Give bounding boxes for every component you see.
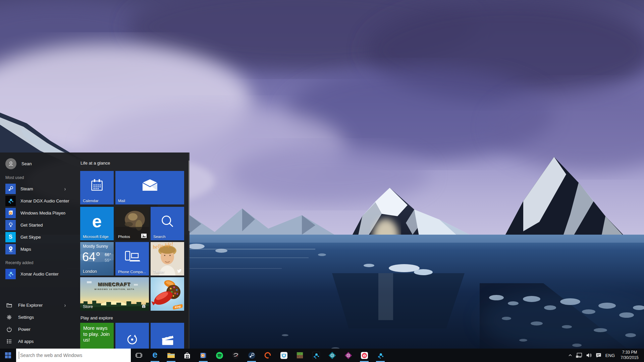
search-input[interactable] [19, 352, 131, 358]
start-button[interactable] [0, 349, 16, 362]
tile-label: Calendar [83, 199, 99, 203]
chevron-right-icon[interactable]: › [64, 185, 66, 192]
taskbar-steam[interactable] [244, 349, 260, 362]
group-title[interactable]: Life at a glance [80, 161, 110, 166]
picture-icon [141, 234, 147, 238]
taskbar-rocksmith[interactable] [227, 349, 244, 362]
section-recently-added: Recently added [5, 260, 33, 265]
tile-photos[interactable]: Photos [115, 207, 149, 240]
tile-store[interactable]: MINECRAFT WINDOWS 10 EDITION, BETA Store [80, 277, 149, 311]
store-icon [183, 352, 191, 359]
camera-red-icon [361, 352, 368, 359]
camera-teal-icon [328, 352, 336, 359]
tray-expand-chevron-icon[interactable] [568, 353, 573, 358]
tile-movies-tv[interactable] [151, 323, 184, 349]
taskbar-edge[interactable]: e [147, 349, 163, 362]
tile-weather[interactable]: Mostly Sunny 64° 66° 55° London [80, 242, 114, 276]
tile-mail[interactable]: Mail [115, 171, 184, 204]
taskbar-store[interactable] [179, 349, 195, 362]
taskbar-media-purple[interactable] [340, 349, 356, 362]
group-title[interactable]: Play and explore [80, 315, 113, 320]
map-pin-icon [5, 244, 16, 254]
clock[interactable]: 7:33 PM 7/30/2015 [619, 350, 641, 360]
chevron-right-icon[interactable]: › [64, 302, 66, 308]
tile-label: Twitter [153, 270, 165, 274]
action-center-icon[interactable] [595, 352, 602, 358]
media-purple-icon [344, 352, 352, 359]
store-bag-icon [141, 304, 146, 308]
scrollbar-thumb[interactable] [189, 161, 190, 231]
system-tray: ENG 7:33 PM 7/30/2015 [568, 349, 644, 362]
tile-calendar[interactable]: Calendar [80, 171, 114, 204]
taskbar: e [0, 349, 644, 362]
network-icon[interactable] [576, 352, 583, 358]
xonar-dgx-icon [5, 196, 16, 206]
menu-item-maps[interactable]: Maps [5, 243, 76, 255]
taskbar-file-explorer[interactable] [163, 349, 179, 362]
menu-item-get-skype[interactable]: S Get Skype [5, 231, 76, 243]
groove-music-icon [125, 332, 140, 347]
tile-twitter[interactable]: hello life! Twitter [151, 242, 184, 276]
mail-icon [141, 179, 159, 191]
weather-temperature: 64° [82, 250, 100, 264]
movies-tv-clapper-icon [160, 333, 175, 346]
tray-date: 7/30/2015 [619, 355, 641, 361]
task-view-button[interactable] [131, 349, 147, 362]
taskbar-spotify[interactable] [211, 349, 227, 362]
twitter-bird-icon [177, 269, 182, 273]
origin-icon [264, 352, 271, 359]
promo-text: More ways to play. Join us! [83, 325, 113, 343]
text-caret [19, 352, 19, 359]
menu-item-label: Maps [20, 247, 31, 252]
menu-item-settings[interactable]: Settings [5, 311, 76, 323]
weather-low: 55° [105, 258, 111, 263]
chevron-right-icon[interactable]: › [64, 209, 66, 216]
taskbar-xonar-audio[interactable] [372, 349, 388, 362]
tile-panel: Life at a glance Calendar [80, 153, 190, 349]
taskbar-minecraft[interactable] [292, 349, 308, 362]
tile-groove-music[interactable] [115, 323, 149, 349]
menu-item-label: Xonar DGX Audio Center [20, 198, 69, 203]
tile-candy-crush[interactable]: King [151, 277, 184, 311]
user-account[interactable]: Sean [5, 158, 32, 169]
tile-label: Search [153, 235, 165, 239]
menu-item-label: File Explorer [18, 303, 43, 308]
edge-logo-icon: e [92, 213, 102, 230]
menu-item-steam[interactable]: Steam › [5, 183, 76, 195]
menu-item-wmp[interactable]: Windows Media Player › [5, 207, 76, 219]
menu-item-file-explorer[interactable]: File Explorer › [5, 299, 76, 311]
taskbar-search-box[interactable] [16, 349, 131, 362]
menu-item-xonar-audio[interactable]: Xonar Audio Center [5, 268, 76, 280]
menu-item-label: Power [18, 327, 31, 332]
tile-xbox-promo[interactable]: More ways to play. Join us! [80, 323, 114, 349]
task-view-icon [135, 352, 143, 358]
power-icon [5, 325, 13, 333]
menu-item-label: Steam [20, 186, 33, 191]
taskbar-uplay[interactable] [276, 349, 292, 362]
tile-phone-companion[interactable]: Phone Compa... [115, 242, 149, 276]
menu-item-all-apps[interactable]: All apps [5, 336, 76, 347]
language-indicator[interactable]: ENG [605, 353, 615, 358]
lightbulb-icon [5, 220, 16, 230]
taskbar-empty-space [388, 349, 568, 362]
tile-microsoft-edge[interactable]: e Microsoft Edge [80, 207, 114, 240]
taskbar-camera-teal[interactable] [324, 349, 340, 362]
calendar-icon [90, 178, 104, 193]
taskbar-origin[interactable] [260, 349, 276, 362]
tiles-scrollbar[interactable] [189, 153, 190, 349]
menu-item-power[interactable]: Power [5, 323, 76, 335]
taskbar-xonar-dgx[interactable] [308, 349, 324, 362]
windows-logo-icon [5, 352, 11, 358]
user-avatar [5, 158, 16, 169]
volume-icon[interactable] [586, 352, 592, 358]
search-icon [160, 214, 175, 229]
tile-label: Phone Compa... [118, 270, 146, 274]
file-explorer-icon [167, 352, 175, 359]
person-icon [8, 161, 14, 167]
menu-item-xonar-dgx[interactable]: Xonar DGX Audio Center [5, 195, 76, 207]
taskbar-wmp[interactable] [195, 349, 211, 362]
tile-search[interactable]: Search [151, 207, 184, 240]
menu-item-get-started[interactable]: Get Started [5, 219, 76, 231]
taskbar-camera-red[interactable] [356, 349, 372, 362]
tile-label: Store [83, 304, 93, 309]
